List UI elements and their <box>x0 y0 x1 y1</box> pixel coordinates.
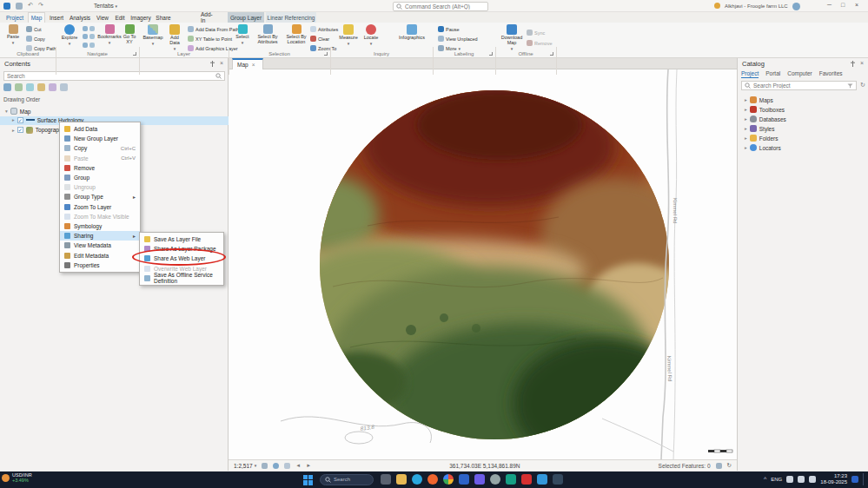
refresh-icon[interactable]: ↻ <box>727 462 732 469</box>
menu-item-remove[interactable]: Remove <box>60 163 140 173</box>
volume-icon[interactable] <box>798 476 805 483</box>
checkbox-checked-icon[interactable]: ✓ <box>17 117 23 123</box>
menu-item-save-as-layer-file[interactable]: Save As Layer File <box>140 234 223 244</box>
menu-item-copy[interactable]: CopyCtrl+C <box>60 143 140 153</box>
catalog-item-databases[interactable]: ▸Databases <box>745 115 786 122</box>
close-icon[interactable]: × <box>220 60 223 67</box>
task-view-icon[interactable] <box>381 474 391 485</box>
add-data-from-path-button[interactable]: Add Data From Path <box>188 26 239 32</box>
expander-icon[interactable]: ▸ <box>12 117 15 122</box>
offline-dialog-launcher-icon[interactable] <box>550 52 553 56</box>
chrome-browser-icon[interactable] <box>443 474 454 485</box>
menu-item-new-group-layer[interactable]: New Group Layer <box>60 134 140 143</box>
map-view-tab[interactable]: Map × <box>232 58 263 69</box>
tab-add-in[interactable]: Add-In <box>198 12 219 23</box>
taskbar-widget[interactable]: USD/INR +3.49% <box>2 473 32 483</box>
select-button[interactable]: Select▾ <box>233 24 252 45</box>
filter-icon[interactable] <box>847 83 853 89</box>
menu-item-properties[interactable]: Properties <box>60 260 140 270</box>
close-icon[interactable]: × <box>860 60 864 67</box>
tab-linear-referencing[interactable]: Linear Referencing <box>266 12 316 23</box>
expander-icon[interactable]: ▸ <box>12 128 15 133</box>
grid-icon[interactable] <box>262 463 268 469</box>
catalog-item-toolboxes[interactable]: ▸Toolboxes <box>745 106 785 113</box>
expander-icon[interactable]: ▸ <box>745 126 747 131</box>
menu-item-zoom-to-layer[interactable]: Zoom To Layer <box>60 202 140 212</box>
menu-item-symbology[interactable]: Symbology <box>60 221 140 231</box>
menu-item-group[interactable]: Group <box>60 173 140 182</box>
close-button[interactable]: × <box>855 2 858 9</box>
tab-map[interactable]: Map <box>28 12 45 23</box>
tree-item-topographic[interactable]: ▸ ✓ Topographic <box>12 127 66 134</box>
mail-app-icon[interactable] <box>459 474 469 485</box>
navigate-dialog-launcher-icon[interactable] <box>133 52 136 56</box>
menu-item-view-metadata[interactable]: View Metadata <box>60 241 140 250</box>
pause-labeling-button[interactable]: Pause <box>438 26 460 32</box>
previous-extent-icon[interactable]: ◄ <box>295 463 301 468</box>
account-name[interactable]: Alkhjavi - Froogle farm LLC <box>725 3 788 10</box>
wifi-icon[interactable] <box>786 476 793 483</box>
list-by-source-icon[interactable] <box>15 83 23 91</box>
explore-button[interactable]: Explore▾ <box>59 24 80 46</box>
pause-drawing-icon[interactable] <box>716 463 722 469</box>
download-map-button[interactable]: Download Map▾ <box>500 24 524 51</box>
close-tab-icon[interactable]: × <box>252 62 255 68</box>
catalog-tab-favorites[interactable]: Favorites <box>819 70 843 78</box>
clear-button[interactable]: Clear <box>310 36 329 42</box>
catalog-tab-project[interactable]: Project <box>741 70 759 78</box>
expander-icon[interactable]: ▸ <box>745 107 747 112</box>
tab-analysis[interactable]: Analysis <box>68 12 92 23</box>
undo-icon[interactable]: ↶ <box>28 2 33 9</box>
bookmarks-button[interactable]: Bookmarks▾ <box>98 24 121 45</box>
save-icon[interactable] <box>16 3 23 10</box>
copy-button[interactable]: Copy <box>26 36 45 42</box>
more-labeling-button[interactable]: More▾ <box>438 45 461 51</box>
xy-table-to-point-button[interactable]: XY Table to Point <box>188 36 232 42</box>
select-by-location-button[interactable]: Select By Location <box>283 24 309 45</box>
language-indicator[interactable]: ENG <box>771 477 782 482</box>
list-by-labeling-icon[interactable] <box>60 83 68 91</box>
infographics-button[interactable]: Infographics <box>398 24 426 41</box>
pin-icon[interactable] <box>850 61 856 67</box>
contents-search-input[interactable] <box>7 73 213 79</box>
menu-item-ungroup[interactable]: Ungroup <box>60 182 140 192</box>
previous-extent-icon[interactable] <box>83 34 88 39</box>
pan-icon[interactable] <box>89 43 95 48</box>
catalog-tab-portal[interactable]: Portal <box>765 70 780 78</box>
expander-icon[interactable]: ▾ <box>5 109 8 114</box>
add-graphics-layer-button[interactable]: Add Graphics Layer <box>188 45 238 51</box>
photos-app-icon[interactable] <box>521 474 532 485</box>
menu-item-save-as-offline-service-definition[interactable]: Save As Offline Service Definition <box>140 274 223 283</box>
edge-browser-icon[interactable] <box>412 474 422 485</box>
menu-item-zoom-to-make-visible[interactable]: Zoom To Make Visible <box>60 212 140 221</box>
catalog-item-maps[interactable]: ▸Maps <box>745 96 773 103</box>
menu-item-sharing[interactable]: Sharing▸ <box>60 231 140 241</box>
notification-icon[interactable] <box>714 3 720 9</box>
menu-item-group-type[interactable]: Group Type▸ <box>60 192 140 201</box>
checkbox-checked-icon[interactable]: ✓ <box>17 127 23 133</box>
remove-offline-button[interactable]: Remove <box>527 40 552 46</box>
file-explorer-icon[interactable] <box>396 474 407 485</box>
measure-button[interactable]: Measure▾ <box>337 24 360 46</box>
catalog-item-styles[interactable]: ▸Styles <box>745 125 774 132</box>
navigate-tools-grid[interactable] <box>83 26 96 49</box>
attributes-button[interactable]: Attributes <box>310 26 338 32</box>
tab-insert[interactable]: Insert <box>47 12 66 23</box>
store-app-icon[interactable] <box>474 474 485 485</box>
add-data-button[interactable]: Add Data▾ <box>165 24 184 51</box>
tree-item-map[interactable]: ▾ Map <box>5 108 30 115</box>
selected-features-count[interactable]: Selected Features: 0 <box>659 463 711 469</box>
redo-icon[interactable]: ↷ <box>38 2 43 9</box>
tab-project[interactable]: Project <box>3 12 26 23</box>
arcgis-pro-app-icon[interactable] <box>537 474 547 485</box>
expander-icon[interactable]: ▸ <box>745 145 747 150</box>
select-by-attributes-button[interactable]: Select By Attributes <box>254 24 282 45</box>
show-desktop-button[interactable] <box>863 473 865 485</box>
pin-icon[interactable] <box>209 61 215 67</box>
fixed-zoom-out-icon[interactable] <box>83 43 88 48</box>
selection-dialog-launcher-icon[interactable] <box>324 52 328 56</box>
paste-button[interactable]: Paste▾ <box>3 24 23 45</box>
snapping-icon[interactable] <box>284 463 290 469</box>
media-app-icon[interactable] <box>506 474 516 485</box>
catalog-search-input[interactable] <box>753 82 845 89</box>
